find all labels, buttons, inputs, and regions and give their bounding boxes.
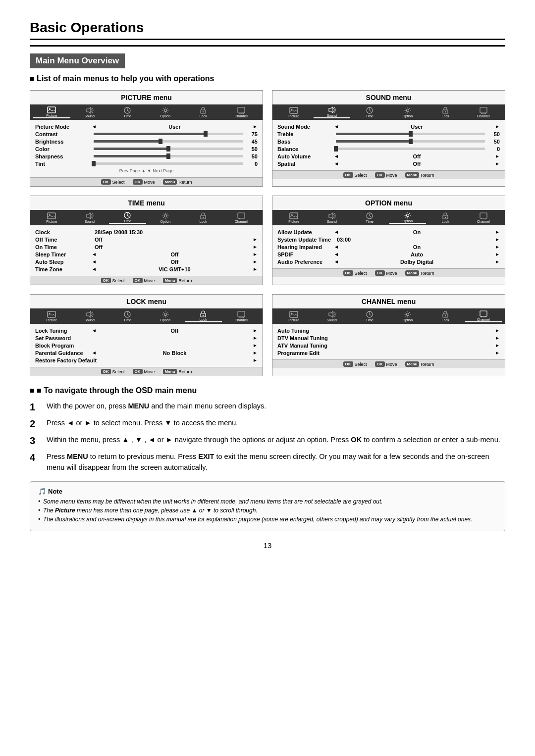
svg-rect-26 xyxy=(48,213,55,219)
menu-content-option: Allow Update◄On►System Update Time03:00►… xyxy=(272,225,505,268)
icons-bar-lock: PictureSoundTimeOptionLockChannel xyxy=(30,308,263,324)
svg-point-47 xyxy=(445,217,446,218)
menu-box-sound: SOUND menuPictureSoundTimeOptionLockChan… xyxy=(272,90,505,187)
icon-sound: Sound xyxy=(71,212,108,223)
svg-marker-2 xyxy=(87,107,91,113)
menu-footer-time: OKSelectOKMoveMenuReturn xyxy=(30,276,263,285)
nav-section: ■ To navigate through the OSD main menu … xyxy=(30,386,505,473)
menu-row: Auto Tuning► xyxy=(277,327,500,334)
note-items: Some menu items may be different when th… xyxy=(38,498,497,523)
section-header: Main Menu Overview xyxy=(30,53,125,68)
note-item: Some menu items may be different when th… xyxy=(38,498,497,505)
icon-sound: Sound xyxy=(314,212,351,223)
svg-point-6 xyxy=(164,109,166,112)
page-number: 13 xyxy=(30,541,505,550)
note-icon: 🎵 xyxy=(38,488,46,495)
menu-content-lock: Lock Tuning◄Off►Set Password►Block Progr… xyxy=(30,324,263,367)
menu-title-time: TIME menu xyxy=(30,196,263,207)
menu-row: Lock Tuning◄Off► xyxy=(35,327,258,334)
menu-row: Sharpness50 xyxy=(35,152,258,160)
svg-marker-54 xyxy=(87,311,91,317)
menu-box-channel: CHANNEL menuPictureSoundTimeOptionLockCh… xyxy=(272,294,505,376)
menu-row: Brightness45 xyxy=(35,138,258,145)
svg-line-18 xyxy=(370,110,371,111)
menu-row: Auto Volume◄Off► xyxy=(277,152,500,160)
icon-picture: Picture xyxy=(33,212,70,223)
page-title: Basic Operations xyxy=(30,20,505,40)
svg-rect-39 xyxy=(290,213,298,219)
menu-row: Programme Edit► xyxy=(277,349,500,356)
icon-option: Option xyxy=(147,106,184,118)
svg-marker-41 xyxy=(329,213,333,219)
menu-content-channel: Auto Tuning►DTV Manual Tuning►ATV Manual… xyxy=(272,324,505,359)
icon-lock: Lock xyxy=(185,106,222,118)
step-text: Within the menu, press ▲ , ▼ , ◄ or ► na… xyxy=(47,435,505,446)
nav-step: 3Within the menu, press ▲ , ▼ , ◄ or ► n… xyxy=(30,435,505,447)
menu-row: Clock28/Sep /2008 15:30 xyxy=(35,228,258,236)
step-number: 3 xyxy=(30,435,41,447)
menu-title-channel: CHANNEL menu xyxy=(272,295,505,305)
icon-option: Option xyxy=(389,106,427,118)
menu-row: Time Zone◄VIC GMT+10► xyxy=(35,265,258,273)
menu-row: On TimeOff► xyxy=(35,243,258,251)
icon-channel: Channel xyxy=(223,106,260,118)
note-item: The Picture menu has more than one page,… xyxy=(38,507,497,514)
menu-row: SPDIF◄Auto► xyxy=(277,251,500,258)
svg-line-5 xyxy=(127,110,129,111)
icon-time: Time xyxy=(351,212,388,223)
icon-lock: Lock xyxy=(427,212,464,223)
icon-picture: Picture xyxy=(275,310,313,322)
icon-time: Time xyxy=(351,106,388,118)
menu-row: Restore Factory Default► xyxy=(35,356,258,364)
icon-picture: Picture xyxy=(33,310,70,322)
note-item: The illustrations and on-screen displays… xyxy=(38,516,497,523)
list-header: List of main menus to help you with oper… xyxy=(30,74,505,83)
icon-channel: Channel xyxy=(465,212,502,223)
step-text: With the power on, press MENU and the ma… xyxy=(47,401,505,412)
icon-time: Time xyxy=(351,310,388,322)
svg-rect-13 xyxy=(290,107,298,113)
svg-rect-65 xyxy=(290,311,298,317)
icon-lock: Lock xyxy=(427,106,464,118)
menu-row: System Update Time03:00► xyxy=(277,236,500,243)
menu-footer-picture: OKSelectOKMoveMenuReturn xyxy=(30,177,263,186)
menu-row: Bass50 xyxy=(277,138,500,145)
menu-row: Spatial◄Off► xyxy=(277,160,500,167)
nav-step: 1With the power on, press MENU and the m… xyxy=(30,401,505,413)
menu-title-sound: SOUND menu xyxy=(272,91,505,101)
icon-lock: Lock xyxy=(185,212,222,223)
menu-row: Contrast75 xyxy=(35,130,258,138)
menu-row: ATV Manual Tuning► xyxy=(277,342,500,349)
svg-line-70 xyxy=(370,314,371,315)
step-text: Press MENU to return to previous menu. P… xyxy=(47,452,505,473)
icon-option: Option xyxy=(389,310,427,322)
svg-point-58 xyxy=(164,313,166,316)
menu-footer-lock: OKSelectOKMoveMenuReturn xyxy=(30,367,263,376)
icon-channel: Channel xyxy=(465,310,502,322)
icon-option: Option xyxy=(389,211,427,224)
icon-time: Time xyxy=(109,310,146,322)
svg-point-45 xyxy=(406,214,409,217)
menu-row: Treble50 xyxy=(277,130,500,138)
icon-lock: Lock xyxy=(427,310,464,322)
svg-rect-61 xyxy=(238,311,245,317)
menu-row: Sound Mode◄User► xyxy=(277,123,500,130)
menu-footer-sound: OKSelectOKMoveMenuReturn xyxy=(272,170,505,179)
icons-bar-sound: PictureSoundTimeOptionLockChannel xyxy=(272,104,505,120)
menu-footer-channel: OKSelectOKMoveMenuReturn xyxy=(272,359,505,368)
menu-content-sound: Sound Mode◄User►Treble50Bass50Balance0Au… xyxy=(272,120,505,170)
icon-time: Time xyxy=(109,106,146,118)
note-title: 🎵 Note xyxy=(38,488,497,495)
menu-row: Block Program► xyxy=(35,342,258,349)
icon-picture: Picture xyxy=(275,106,313,118)
menu-row: Parental Guidance◄No Block► xyxy=(35,349,258,356)
step-number: 4 xyxy=(30,452,41,463)
svg-rect-52 xyxy=(48,311,55,317)
menu-row: Sleep Timer◄Off► xyxy=(35,251,258,258)
svg-line-57 xyxy=(127,314,129,315)
icon-channel: Channel xyxy=(223,310,260,322)
svg-point-34 xyxy=(203,217,204,218)
svg-line-31 xyxy=(127,215,129,216)
icon-channel: Channel xyxy=(223,212,260,223)
menu-row: Allow Update◄On► xyxy=(277,228,500,236)
